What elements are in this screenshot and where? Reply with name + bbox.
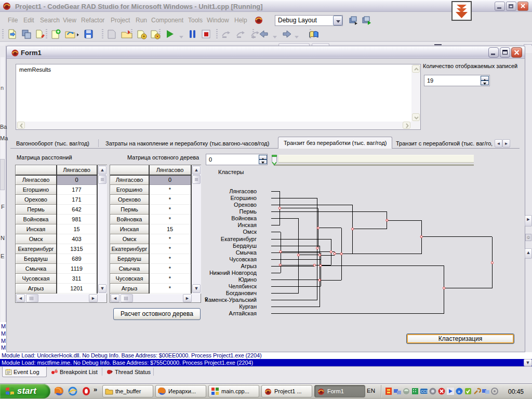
svg-text:a: a (458, 389, 460, 394)
svg-text:CCS: CCS (421, 390, 428, 393)
